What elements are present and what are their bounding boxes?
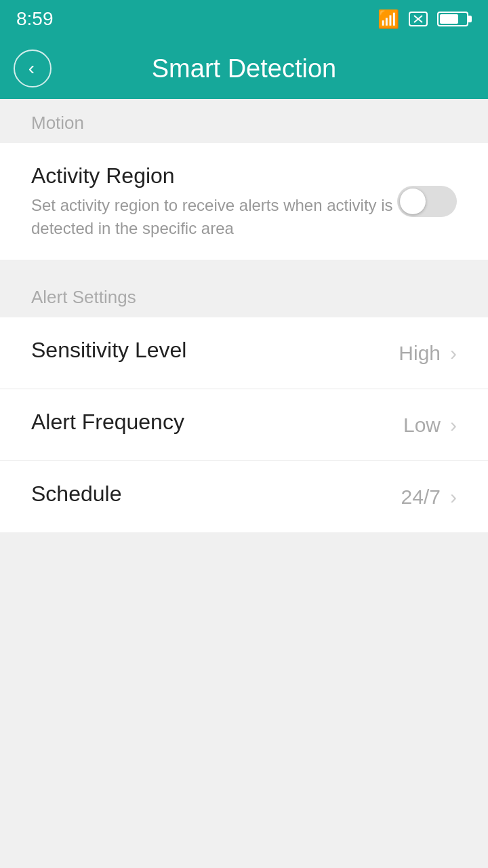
alert-frequency-title: Alert Frequency — [31, 410, 403, 435]
schedule-content: Schedule — [31, 481, 401, 512]
sensitivity-level-row[interactable]: Sensitivity Level High › — [0, 317, 488, 389]
schedule-title: Schedule — [31, 481, 401, 507]
sensitivity-chevron-icon: › — [450, 342, 457, 365]
section-separator — [0, 260, 488, 273]
motion-card: Activity Region Set activity region to r… — [0, 143, 488, 260]
battery-icon — [437, 12, 472, 26]
alert-settings-card: Sensitivity Level High › Alert Frequency… — [0, 317, 488, 532]
activity-region-row[interactable]: Activity Region Set activity region to r… — [0, 143, 488, 260]
schedule-value: 24/7 — [401, 486, 441, 509]
status-icons: 📶 — [378, 9, 472, 30]
back-button[interactable]: ‹ — [14, 50, 52, 87]
back-icon: ‹ — [28, 59, 35, 78]
toggle-thumb — [400, 189, 426, 214]
signal-icon — [409, 12, 428, 26]
sensitivity-level-title: Sensitivity Level — [31, 338, 399, 363]
app-header: ‹ Smart Detection — [0, 38, 488, 99]
schedule-row[interactable]: Schedule 24/7 › — [0, 461, 488, 532]
motion-section-label: Motion — [0, 99, 488, 143]
wifi-icon: 📶 — [378, 9, 399, 30]
activity-region-subtitle: Set activity region to receive alerts wh… — [31, 194, 397, 239]
alert-settings-section-label: Alert Settings — [0, 273, 488, 317]
status-time: 8:59 — [16, 8, 54, 30]
alert-frequency-content: Alert Frequency — [31, 410, 403, 440]
schedule-chevron-icon: › — [450, 486, 457, 509]
alert-frequency-chevron-icon: › — [450, 414, 457, 437]
sensitivity-level-value: High — [399, 342, 441, 365]
alert-frequency-row[interactable]: Alert Frequency Low › — [0, 389, 488, 461]
sensitivity-level-content: Sensitivity Level — [31, 338, 399, 368]
activity-region-toggle[interactable] — [397, 186, 457, 217]
activity-region-title: Activity Region — [31, 163, 397, 189]
activity-region-content: Activity Region Set activity region to r… — [31, 163, 397, 239]
page-title: Smart Detection — [52, 54, 436, 83]
status-bar: 8:59 📶 — [0, 0, 488, 38]
alert-frequency-value: Low — [403, 414, 441, 437]
